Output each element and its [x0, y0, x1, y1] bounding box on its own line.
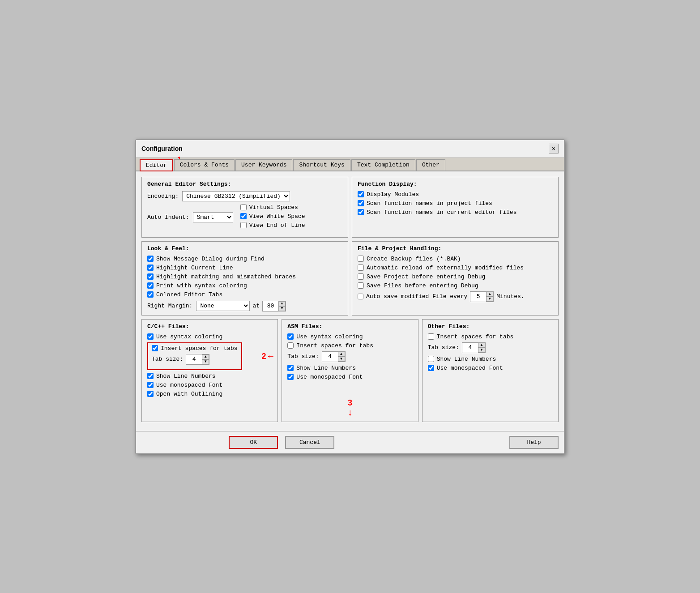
- cpp-show-line-numbers-checkbox[interactable]: [147, 373, 154, 379]
- print-syntax-label: Print with syntax coloring: [156, 282, 247, 289]
- close-button[interactable]: ×: [549, 144, 559, 154]
- view-end-of-line-checkbox[interactable]: [240, 222, 247, 228]
- dialog-title: Configuration: [141, 145, 183, 152]
- asm-tab-size-increment[interactable]: ▲: [338, 352, 345, 357]
- tab-bar: Editor 1 Colors & Fonts User Keywords Sh…: [136, 158, 564, 171]
- at-increment-btn[interactable]: ▲: [278, 301, 286, 306]
- auto-save-row: Auto save modified File every ▲ ▼ Minute…: [358, 291, 553, 302]
- display-modules-checkbox[interactable]: [358, 191, 364, 197]
- cpp-tab-size-input[interactable]: [186, 356, 202, 363]
- other-monospaced-font-label: Use monospaced Font: [437, 365, 503, 371]
- bottom-bar: OK Cancel Help: [136, 431, 564, 453]
- auto-save-label: Auto save modified File every: [366, 293, 467, 300]
- highlight-braces-label: Highlight matching and mismatched braces: [156, 273, 296, 280]
- function-display-section: Function Display: Display Modules Scan f…: [352, 177, 559, 238]
- highlight-braces-checkbox[interactable]: [147, 273, 154, 280]
- asm-insert-spaces-label: Insert spaces for tabs: [296, 342, 373, 349]
- asm-tab-size-input[interactable]: [322, 353, 338, 360]
- tab-other[interactable]: Other: [416, 159, 445, 171]
- other-show-line-numbers-checkbox[interactable]: [428, 356, 434, 362]
- cpp-tab-size-spinbox: ▲ ▼: [186, 354, 209, 365]
- cpp-insert-spaces-label: Insert spaces for tabs: [161, 345, 238, 352]
- cancel-button[interactable]: Cancel: [285, 436, 334, 449]
- asm-tab-size-row: Tab size: ▲ ▼: [287, 351, 412, 362]
- right-margin-select[interactable]: None: [196, 301, 250, 311]
- highlight-line-row: Highlight Current Line: [147, 265, 342, 271]
- scan-project-checkbox[interactable]: [358, 200, 364, 206]
- other-monospaced-font-checkbox[interactable]: [428, 365, 434, 371]
- center-buttons: OK Cancel: [229, 436, 334, 449]
- cpp-open-outlining-checkbox[interactable]: [147, 391, 154, 397]
- cpp-insert-spaces-checkbox[interactable]: [152, 345, 158, 351]
- virtual-spaces-label: Virtual Spaces: [249, 204, 298, 211]
- look-feel-section: Look & Feel: Show Message Dialog during …: [141, 241, 348, 316]
- tab-editor[interactable]: Editor: [140, 159, 173, 171]
- cpp-tab-size-increment[interactable]: ▲: [202, 354, 209, 359]
- asm-monospaced-font-label: Use monospaced Font: [296, 374, 363, 380]
- other-tab-size-decrement[interactable]: ▼: [478, 348, 485, 353]
- view-white-space-row: View White Space: [240, 213, 305, 220]
- auto-reload-checkbox[interactable]: [358, 265, 364, 271]
- save-files-checkbox[interactable]: [358, 282, 364, 289]
- scan-current-label: Scan function names in current editor fi…: [367, 209, 516, 216]
- scan-current-checkbox[interactable]: [358, 209, 364, 215]
- main-content: General Editor Settings: Encoding: Chine…: [136, 171, 564, 431]
- other-tab-size-input[interactable]: [462, 344, 478, 351]
- tab-text-completion[interactable]: Text Completion: [351, 159, 415, 171]
- asm-tab-size-spinbox: ▲ ▼: [322, 351, 346, 362]
- show-message-row: Show Message Dialog during Find: [147, 256, 342, 262]
- cpp-use-syntax-checkbox[interactable]: [147, 333, 154, 340]
- other-tab-size-increment[interactable]: ▲: [478, 343, 485, 348]
- cpp-tab-size-btns: ▲ ▼: [202, 354, 209, 364]
- view-white-space-checkbox[interactable]: [240, 213, 247, 219]
- general-editor-title: General Editor Settings:: [147, 181, 342, 188]
- auto-reload-label: Automatic reload of externally modified …: [367, 265, 524, 271]
- encoding-select[interactable]: Chinese GB2312 (Simplified): [182, 191, 290, 201]
- annotation-2-arrow: ←: [268, 351, 273, 361]
- cpp-files-section: C/C++ Files: Use syntax coloring Insert …: [141, 319, 278, 422]
- asm-tab-size-btns: ▲ ▼: [338, 352, 345, 362]
- annotation-2-group: 2 ←: [262, 351, 273, 361]
- asm-monospaced-font-checkbox[interactable]: [287, 374, 294, 380]
- other-tab-size-btns: ▲ ▼: [478, 343, 485, 353]
- print-syntax-checkbox[interactable]: [147, 282, 154, 289]
- auto-save-checkbox[interactable]: [358, 294, 363, 299]
- auto-save-input[interactable]: [470, 293, 486, 300]
- ok-button[interactable]: OK: [229, 436, 278, 449]
- help-button[interactable]: Help: [509, 436, 559, 449]
- cpp-monospaced-font-label: Use monospaced Font: [156, 382, 222, 388]
- general-editor-section: General Editor Settings: Encoding: Chine…: [141, 177, 348, 238]
- bottom-three-col: C/C++ Files: Use syntax coloring Insert …: [141, 319, 559, 422]
- cpp-tab-size-decrement[interactable]: ▼: [202, 359, 209, 364]
- at-input[interactable]: [263, 303, 278, 309]
- asm-show-line-numbers-checkbox[interactable]: [287, 365, 294, 371]
- asm-tab-size-decrement[interactable]: ▼: [338, 357, 345, 362]
- asm-use-syntax-checkbox[interactable]: [287, 333, 294, 340]
- scan-project-label: Scan function names in project files: [367, 200, 492, 207]
- asm-insert-spaces-checkbox[interactable]: [287, 342, 294, 349]
- auto-save-decrement-btn[interactable]: ▼: [486, 297, 493, 302]
- minutes-label: Minutes.: [496, 293, 524, 300]
- create-backup-checkbox[interactable]: [358, 256, 364, 262]
- cpp-tab-size-row: Tab size: ▲ ▼: [152, 354, 238, 365]
- save-project-checkbox[interactable]: [358, 273, 364, 280]
- tab-colors-fonts[interactable]: Colors & Fonts: [174, 159, 235, 171]
- show-message-checkbox[interactable]: [147, 256, 154, 262]
- asm-use-syntax-row: Use syntax coloring: [287, 333, 412, 340]
- highlight-line-checkbox[interactable]: [147, 265, 154, 271]
- auto-save-increment-btn[interactable]: ▲: [486, 292, 493, 297]
- at-decrement-btn[interactable]: ▼: [278, 306, 286, 311]
- configuration-dialog: Configuration × Editor 1 Colors & Fonts …: [135, 139, 565, 454]
- display-modules-row: Display Modules: [358, 191, 553, 198]
- virtual-spaces-checkbox[interactable]: [240, 204, 247, 210]
- asm-files-title: ASM Files:: [287, 323, 412, 330]
- tab-shortcut-keys[interactable]: Shortcut Keys: [293, 159, 350, 171]
- asm-show-line-numbers-row: Show Line Numbers: [287, 365, 412, 371]
- cpp-monospaced-font-checkbox[interactable]: [147, 382, 154, 388]
- other-insert-spaces-checkbox[interactable]: [428, 333, 434, 340]
- auto-indent-select[interactable]: Smart: [193, 212, 233, 222]
- tab-user-keywords[interactable]: User Keywords: [235, 159, 292, 171]
- colored-tabs-checkbox[interactable]: [147, 291, 154, 298]
- middle-row: Look & Feel: Show Message Dialog during …: [141, 241, 559, 316]
- colored-tabs-label: Colored Editor Tabs: [156, 291, 222, 298]
